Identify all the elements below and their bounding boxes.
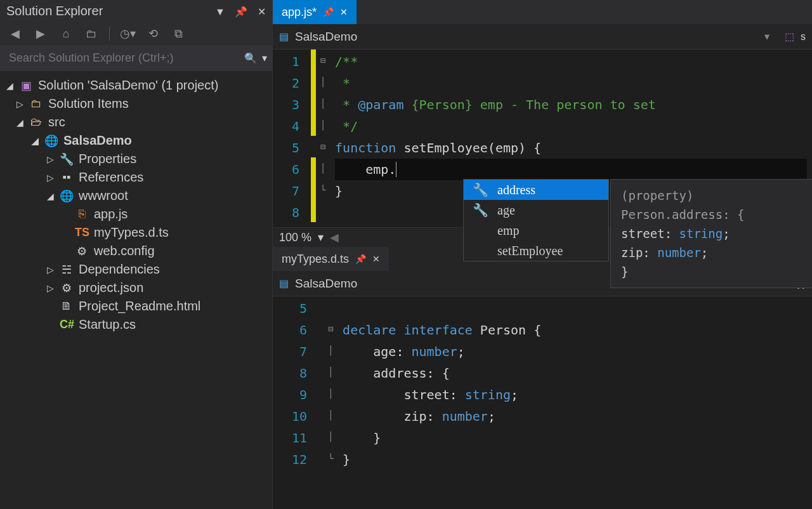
modification-bar xyxy=(318,296,324,509)
navbar-project[interactable]: SalsaDemo xyxy=(295,277,357,291)
solution-root[interactable]: ◢▣ Solution 'SalsaDemo' (1 project) xyxy=(3,76,270,95)
line-gutter: 56789101112 xyxy=(273,296,318,509)
solution-root-label: Solution 'SalsaDemo' (1 project) xyxy=(38,78,218,93)
back-icon[interactable]: ◀ xyxy=(8,26,23,41)
tab-strip: app.js* 📌 ✕ xyxy=(273,0,812,24)
main-editor-area: app.js* 📌 ✕ ▤ SalsaDemo ▾ ⬚ s 12345678 ⊟… xyxy=(273,0,812,509)
search-input[interactable] xyxy=(5,48,239,69)
intellisense-item-emp[interactable]: 🔧 emp xyxy=(464,220,608,241)
tree-project[interactable]: ◢🌐 SalsaDemo xyxy=(3,131,270,150)
editor-navbar: ▤ SalsaDemo ▾ ⬚ s xyxy=(273,24,812,50)
close-icon[interactable]: ✕ xyxy=(258,6,266,17)
project-icon: ▤ xyxy=(279,277,289,289)
tree: ◢▣ Solution 'SalsaDemo' (1 project) ▷🗀 S… xyxy=(0,71,272,339)
search-row: 🔍 ▾ xyxy=(0,45,272,71)
tab-app-js[interactable]: app.js* 📌 ✕ xyxy=(273,0,357,24)
tree-webconfig[interactable]: ⚙ web.config xyxy=(3,242,270,260)
tree-startup[interactable]: C# Startup.cs xyxy=(3,315,270,334)
pin-icon[interactable]: 📌 xyxy=(235,6,247,17)
tree-solution-items[interactable]: ▷🗀 Solution Items xyxy=(3,95,270,113)
dropdown-icon[interactable]: ▾ xyxy=(318,230,324,244)
refresh-icon[interactable]: ⟲ xyxy=(145,26,160,41)
solution-explorer-panel: Solution Explorer ▼ 📌 ✕ ◀ ▶ ⌂ 🗀 ◷▾ ⟲ ⧉ 🔍… xyxy=(0,0,273,509)
tree-wwwroot[interactable]: ◢🌐 wwwroot xyxy=(3,187,270,205)
zoom-level[interactable]: 100 % xyxy=(279,231,311,244)
dropdown-icon[interactable]: ▼ xyxy=(215,6,225,17)
home-icon[interactable]: ⌂ xyxy=(58,26,74,41)
intellisense-item-age[interactable]: 🔧 age xyxy=(464,200,608,220)
tree-project-json[interactable]: ▷⚙ project.json xyxy=(3,279,270,297)
tree-src[interactable]: ◢🗁 src xyxy=(3,113,270,131)
forward-icon[interactable]: ▶ xyxy=(33,26,48,41)
tree-properties[interactable]: ▷🔧 Properties xyxy=(3,150,270,168)
editor-app-js[interactable]: 12345678 ⊟│││⊟│└ /** * * @param {Person}… xyxy=(273,50,812,227)
search-dropdown-icon[interactable]: ▾ xyxy=(262,52,267,64)
line-gutter: 12345678 xyxy=(273,50,311,227)
project-icon: ▤ xyxy=(279,30,289,43)
cube-icon[interactable]: ⬚ xyxy=(785,30,794,43)
tab-mytypes[interactable]: myTypes.d.ts 📌 ✕ xyxy=(273,247,389,271)
close-icon[interactable]: ✕ xyxy=(372,254,380,264)
intellisense-popup[interactable]: 🔧 address 🔧 age 🔧 emp 🔧 setEmployee xyxy=(463,179,609,261)
fold-column[interactable]: ⊟│││⊟│└ xyxy=(316,50,330,227)
panel-header: Solution Explorer ▼ 📌 ✕ xyxy=(0,0,272,22)
tree-readme[interactable]: 🗎 Project_Readme.html xyxy=(3,297,270,315)
nav-text: s xyxy=(801,31,806,43)
modification-bar xyxy=(311,50,316,227)
wrench-icon: 🔧 xyxy=(473,202,488,218)
wrench-icon: 🔧 xyxy=(473,182,488,197)
history-icon[interactable]: ◷▾ xyxy=(120,26,135,41)
navbar-project[interactable]: SalsaDemo xyxy=(295,30,357,44)
intellisense-item-address[interactable]: 🔧 address xyxy=(464,180,608,200)
tree-app-js[interactable]: ⎘ app.js xyxy=(3,205,270,223)
folder-icon[interactable]: 🗀 xyxy=(84,26,99,41)
editor-mytypes[interactable]: 56789101112 ⊟│││││└ declare interface Pe… xyxy=(273,296,812,509)
fold-column[interactable]: ⊟│││││└ xyxy=(324,296,337,509)
search-icon[interactable]: 🔍 xyxy=(239,52,262,64)
tree-mytypes[interactable]: TS myTypes.d.ts xyxy=(3,223,270,242)
code-area[interactable]: declare interface Person { age: number; … xyxy=(337,296,812,509)
pin-icon[interactable]: 📌 xyxy=(355,254,366,264)
dropdown-icon[interactable]: ▾ xyxy=(764,30,769,43)
tree-references[interactable]: ▷▪▪ References xyxy=(3,168,270,187)
intellisense-item-setemployee[interactable]: 🔧 setEmployee xyxy=(464,241,608,261)
scroll-left-icon[interactable]: ◀ xyxy=(330,230,339,244)
toolbar: ◀ ▶ ⌂ 🗀 ◷▾ ⟲ ⧉ xyxy=(0,22,272,45)
panel-title: Solution Explorer xyxy=(6,4,103,18)
collapse-icon[interactable]: ⧉ xyxy=(171,26,186,41)
tree-dependencies[interactable]: ▷☵ Dependencies xyxy=(3,260,270,279)
tooltip-popup: (property) Person.address: { street: str… xyxy=(610,179,812,288)
close-icon[interactable]: ✕ xyxy=(340,7,348,17)
pin-icon[interactable]: 📌 xyxy=(323,7,334,17)
